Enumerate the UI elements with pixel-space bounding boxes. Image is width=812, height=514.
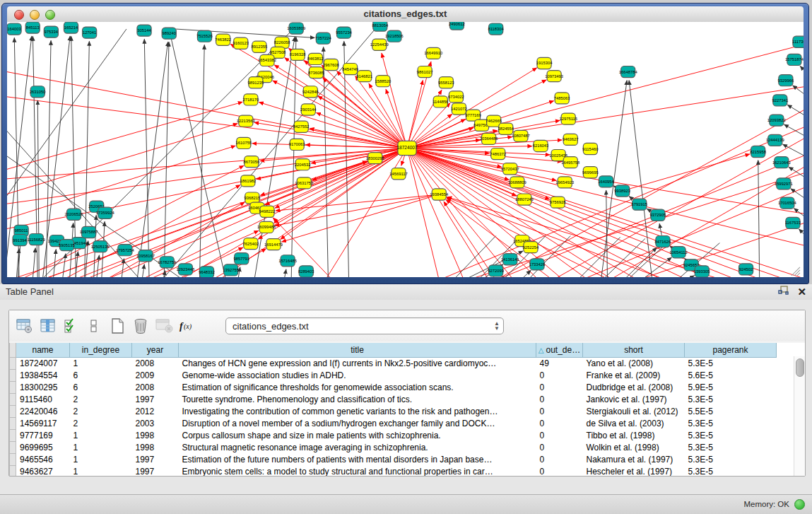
teal-node-845113[interactable]: 845113 (25, 22, 40, 33)
select-all-icon[interactable] (61, 317, 80, 335)
column-header-name[interactable]: name (16, 343, 70, 358)
table-cell[interactable]: 5.3E-5 (685, 394, 777, 406)
unselect-all-icon[interactable] (85, 317, 103, 335)
table-cell[interactable]: 2 (70, 406, 132, 418)
yellow-node-12254439[interactable]: 12254439 (370, 39, 389, 50)
teal-node-2490612[interactable]: 2490612 (449, 22, 465, 30)
teal-node-305144[interactable]: 305144 (137, 25, 152, 36)
teal-node-9372905[interactable]: 9372905 (650, 209, 666, 221)
teal-node-991394[interactable]: 991394 (13, 234, 28, 245)
yellow-node-1588520[interactable]: 1588520 (375, 76, 391, 87)
table-row[interactable]: 969969511998Structural magnetic resonanc… (10, 442, 777, 454)
table-cell[interactable]: Tourette syndrome. Phenomenology and cla… (179, 394, 536, 406)
teal-node-9227341[interactable]: 9227341 (772, 95, 788, 106)
table-cell[interactable]: Jankovic et al. (1997) (583, 394, 685, 406)
table-cell[interactable]: 9699695 (16, 442, 70, 454)
teal-node-10975887[interactable]: 10975887 (80, 226, 98, 238)
table-cell[interactable]: 2 (70, 418, 132, 430)
teal-node-16782759[interactable]: 16782759 (158, 257, 176, 268)
teal-node-16053809[interactable]: 16053809 (287, 23, 305, 34)
yellow-node-1144856[interactable]: 1144856 (433, 96, 448, 107)
yellow-node-8427552[interactable]: 8427552 (293, 121, 310, 132)
yellow-node-8196328[interactable]: 8196328 (290, 49, 306, 60)
table-cell[interactable]: 2009 (132, 370, 179, 382)
table-cell[interactable]: 2 (70, 394, 132, 406)
yellow-node-8673056[interactable]: 8673056 (244, 156, 260, 168)
table-cell[interactable]: 1 (70, 430, 132, 442)
table-cell[interactable]: Investigating the contribution of common… (179, 406, 536, 418)
teal-node-9938923[interactable]: 9938923 (614, 185, 630, 197)
table-cell[interactable]: Disruption of a novel member of a sodium… (179, 418, 536, 430)
yellow-node-9756928[interactable]: 9756928 (550, 197, 566, 208)
show-columns-icon[interactable] (38, 317, 57, 335)
yellow-node-18724007[interactable]: 18724007 (397, 141, 418, 155)
teal-node-1593305[interactable]: 1593305 (694, 266, 710, 277)
table-cell[interactable]: 5.5E-5 (685, 406, 777, 418)
teal-node-7357224[interactable]: 7357224 (315, 33, 331, 44)
teal-node-1733426[interactable]: 1733426 (529, 259, 546, 270)
table-cell[interactable]: 9777169 (16, 430, 70, 442)
table-cell[interactable]: Structural magnetic resonance image aver… (179, 442, 536, 454)
yellow-node-9861027[interactable]: 9861027 (417, 66, 433, 78)
yellow-node-10631753[interactable]: 10631753 (295, 177, 313, 189)
table-cell[interactable]: 0 (536, 454, 583, 466)
yellow-node-7486372[interactable]: 7486372 (490, 148, 506, 159)
table-cell[interactable]: 6 (70, 370, 132, 382)
table-cell[interactable]: 5.3E-5 (685, 358, 777, 370)
table-select-dropdown[interactable]: citations_edges.txt ▲▼ (225, 317, 504, 334)
citation-network-graph[interactable]: 1872400782260589527508819632816543382891… (7, 22, 804, 277)
teal-node-1117304[interactable]: 1117304 (792, 36, 804, 47)
table-row[interactable]: 1938455462009Genome-wide association stu… (10, 370, 777, 382)
yellow-node-9170063[interactable]: 9170063 (289, 139, 305, 150)
table-cell[interactable]: Yano et al. (2008) (583, 358, 685, 370)
teal-node-9557234[interactable]: 9557234 (336, 27, 352, 38)
table-mode-icon[interactable] (15, 317, 33, 335)
table-cell[interactable]: 0 (536, 442, 583, 454)
teal-node-10654112[interactable]: 10654112 (669, 247, 687, 258)
yellow-node-9242848[interactable]: 9242848 (302, 86, 319, 98)
table-cell[interactable]: 14569117 (16, 418, 70, 430)
teal-node-1640954[interactable]: 1640954 (598, 176, 614, 187)
teal-node-5905135[interactable]: 5905135 (59, 240, 75, 251)
table-cell[interactable]: 18300295 (16, 382, 70, 394)
table-cell[interactable]: Nakamura et al. (1997) (583, 454, 685, 466)
yellow-node-8736085[interactable]: 8736085 (308, 67, 324, 78)
float-window-icon[interactable] (778, 286, 789, 298)
function-builder-icon[interactable]: f (x) (178, 317, 196, 335)
table-cell[interactable]: 2003 (132, 418, 179, 430)
table-cell[interactable]: 1 (70, 442, 132, 454)
yellow-node-6216043[interactable]: 6216043 (533, 140, 549, 151)
table-cell[interactable]: 5.3E-5 (685, 442, 777, 454)
table-cell[interactable]: 0 (536, 430, 583, 442)
teal-node-7515526[interactable]: 7515526 (196, 30, 213, 42)
teal-node-17016504[interactable]: 17016504 (778, 197, 797, 209)
table-scrollbar-thumb[interactable] (796, 358, 804, 377)
table-cell[interactable]: Embryonic stem cells: a model to study s… (179, 466, 536, 477)
yellow-node-10807487[interactable]: 10807487 (512, 130, 530, 141)
yellow-node-18807249[interactable]: 18807249 (515, 194, 534, 205)
teal-node-16210643[interactable]: 16210643 (772, 157, 791, 168)
delete-icon[interactable] (131, 317, 150, 335)
teal-node-1167533[interactable]: 1167533 (785, 217, 801, 228)
table-cell[interactable]: 5.3E-5 (685, 454, 777, 466)
yellow-node-16543382[interactable]: 16543382 (258, 54, 276, 66)
yellow-node-20364486[interactable]: 20364486 (480, 133, 498, 144)
yellow-node-9699695[interactable]: 9699695 (582, 167, 599, 178)
yellow-node-2967608[interactable]: 2967608 (323, 59, 339, 70)
yellow-node-9463627[interactable]: 9463627 (563, 134, 579, 145)
table-cell[interactable]: 1 (70, 358, 132, 370)
table-cell[interactable]: Franke et al. (2009) (583, 370, 685, 382)
table-row[interactable]: 1872400712008Changes of HCN gene express… (10, 358, 777, 370)
column-header-short[interactable]: short (583, 343, 685, 358)
table-cell[interactable]: 1998 (132, 442, 179, 454)
teal-node-11156829[interactable]: 11156829 (28, 233, 45, 245)
teal-node-8289403[interactable]: 8289403 (298, 266, 314, 277)
teal-node-8813054[interactable]: 8813054 (372, 22, 388, 31)
node-table[interactable]: namein_degreeyeartitle△out_de…shortpager… (9, 343, 805, 476)
teal-node-975334[interactable]: 975334 (44, 26, 59, 37)
column-header-year[interactable]: year (132, 343, 179, 358)
table-cell[interactable]: Changes of HCN gene expression and I(f) … (179, 358, 536, 370)
delete-table-icon[interactable] (155, 317, 173, 335)
column-header-in-degree[interactable]: in_degree (70, 343, 132, 358)
yellow-node-9891235[interactable]: 9891235 (248, 77, 264, 88)
